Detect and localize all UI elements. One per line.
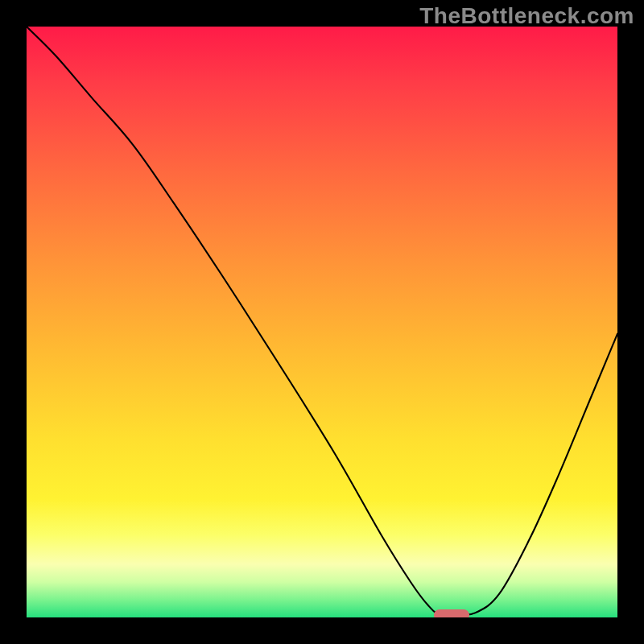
x-axis-line (27, 617, 617, 620)
optimal-marker (434, 609, 469, 617)
watermark-label: TheBottleneck.com (419, 3, 634, 29)
plot-area (27, 27, 617, 617)
chart-frame: TheBottleneck.com (0, 0, 644, 644)
bottleneck-curve-path (27, 27, 617, 615)
bottleneck-curve-svg (27, 27, 617, 617)
